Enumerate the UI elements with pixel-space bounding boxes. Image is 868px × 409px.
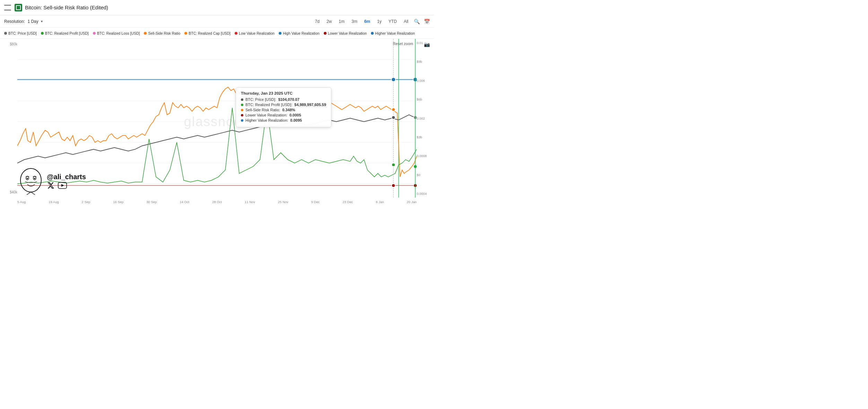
toolbar: Resolution: 1 Day ▾ 7d 2w 1m 3m 6m 1y YT… [0,15,434,28]
social-info: @ali_charts [47,173,86,189]
legend-label-sell-side-risk: Sell-Side Risk Ratio [148,31,180,35]
y-right-0004: 0.0004 [417,192,433,195]
x-social-icon [47,182,54,189]
legend-realized-cap[interactable]: BTC: Realized Cap [USD] [184,31,231,35]
resolution-label: Resolution: [4,19,25,24]
x-tick-20jan: 20 Jan [407,200,417,204]
y-right-6b: $6b [417,97,433,101]
time-buttons-group: 7d 2w 1m 3m 6m 1y YTD All 🔍 📅 [314,18,430,25]
legend-dot-realized-profit [41,32,44,35]
legend-label-lower-value: Lower Value Realization [328,31,367,35]
x-tick-2sep: 2 Sep [82,200,90,204]
resolution-value: 1 Day [27,19,38,24]
y-axis-left: $80k $40k [1,39,17,198]
chart-area[interactable]: Reset zoom 📷 glassnode $80k $40k 0.01 $9… [0,39,434,204]
legend-sell-side-risk[interactable]: Sell-Side Risk Ratio [144,31,180,35]
time-1m[interactable]: 1m [337,18,346,25]
legend-label-realized-loss: BTC: Realized Loss [USD] [97,31,140,35]
legend-dot-higher-value [371,32,374,35]
legend-btc-price[interactable]: BTC: Price [USD] [4,31,37,35]
legend-dot-realized-loss [93,32,96,35]
svg-marker-29 [61,184,64,186]
page-title: Bitcoin: Sell-side Risk Ratio (Edited) [25,5,108,10]
y-right-002: 0.002 [417,116,433,120]
svg-point-11 [392,116,395,119]
legend-btc-realized-loss[interactable]: BTC: Realized Loss [USD] [93,31,140,35]
x-tick-14oct: 14 Oct [180,200,189,204]
x-tick-28oct: 28 Oct [212,200,222,204]
legend-label-low-value: Low Value Realization [239,31,275,35]
svg-point-13 [392,108,395,111]
resolution-selector[interactable]: Resolution: 1 Day ▾ [4,19,44,24]
legend-dot-lower-value [324,32,327,35]
x-tick-11nov: 11 Nov [245,200,255,204]
time-6m[interactable]: 6m [363,18,372,25]
legend-label-btc-price: BTC: Price [USD] [8,31,37,35]
search-icon[interactable]: 🔍 [414,19,420,24]
x-tick-9dec: 9 Dec [311,200,320,204]
y-right-9b: $9b [417,60,433,63]
x-tick-30sep: 30 Sep [146,200,157,204]
legend-dot-low-value [235,32,237,35]
time-ytd[interactable]: YTD [387,18,398,25]
legend-btc-realized-profit[interactable]: BTC: Realized Profit [USD] [41,31,89,35]
legend-dot-realized-cap [184,32,187,35]
legend-dot-sell-side-risk [144,32,147,35]
legend-label-realized-profit: BTC: Realized Profit [USD] [45,31,89,35]
x-axis: 5 Aug 19 Aug 2 Sep 16 Sep 30 Sep 14 Oct … [17,200,417,204]
x-tick-23dec: 23 Dec [342,200,353,204]
x-tick-25nov: 25 Nov [278,200,288,204]
legend-low-value-realization[interactable]: Low Value Realization [235,31,275,35]
legend-dot-high-value [279,32,281,35]
y-right-006: 0.006 [417,79,433,82]
y-axis-right: 0.01 $9b 0.006 $6b 0.002 $3b 0.0008 $0 0… [417,39,433,198]
legend-dot-btc-price [4,32,7,35]
youtube-icon [58,182,67,189]
y-tick-80k: $80k [1,42,17,46]
y-right-0: $0 [417,173,433,177]
legend-lower-value-realization[interactable]: Lower Value Realization [324,31,367,35]
x-tick-16sep: 16 Sep [113,200,123,204]
chevron-down-icon: ▾ [41,19,43,23]
svg-point-25 [34,178,35,179]
handle-text: @ali_charts [47,173,86,181]
y-tick-40k: $40k [1,190,17,194]
svg-point-15 [391,78,396,82]
x-tick-6jan: 6 Jan [376,200,384,204]
legend-high-value-realization[interactable]: High Value Realization [279,31,319,35]
legend-label-higher-value: Higher Value Realization [375,31,415,35]
svg-point-12 [392,163,395,167]
svg-point-24 [27,178,28,179]
y-right-3b: $3b [417,135,433,139]
time-1y[interactable]: 1y [376,18,383,25]
svg-line-26 [27,192,31,195]
watermark-branding: @ali_charts [18,167,86,195]
time-all[interactable]: All [402,18,410,25]
header: Bitcoin: Sell-side Risk Ratio (Edited) [0,0,434,15]
x-tick-19aug: 19 Aug [49,200,59,204]
x-tick-5aug: 5 Aug [17,200,26,204]
y-right-0008: 0.0008 [417,154,433,158]
face-sketch-icon [18,167,44,195]
y-right-001: 0.01 [417,41,433,45]
legend-label-realized-cap: BTC: Realized Cap [USD] [189,31,231,35]
spreadsheet-icon [15,4,22,11]
time-2w[interactable]: 2w [325,18,333,25]
time-3m[interactable]: 3m [350,18,359,25]
legend-label-high-value: High Value Realization [283,31,319,35]
sidebar-toggle[interactable] [4,5,11,10]
time-7d[interactable]: 7d [314,18,321,25]
svg-point-21 [20,168,41,192]
legend: BTC: Price [USD] BTC: Realized Profit [U… [0,28,434,39]
svg-line-27 [31,192,35,195]
legend-higher-value-realization[interactable]: Higher Value Realization [371,31,415,35]
calendar-icon[interactable]: 📅 [424,19,430,24]
svg-point-14 [392,184,395,187]
